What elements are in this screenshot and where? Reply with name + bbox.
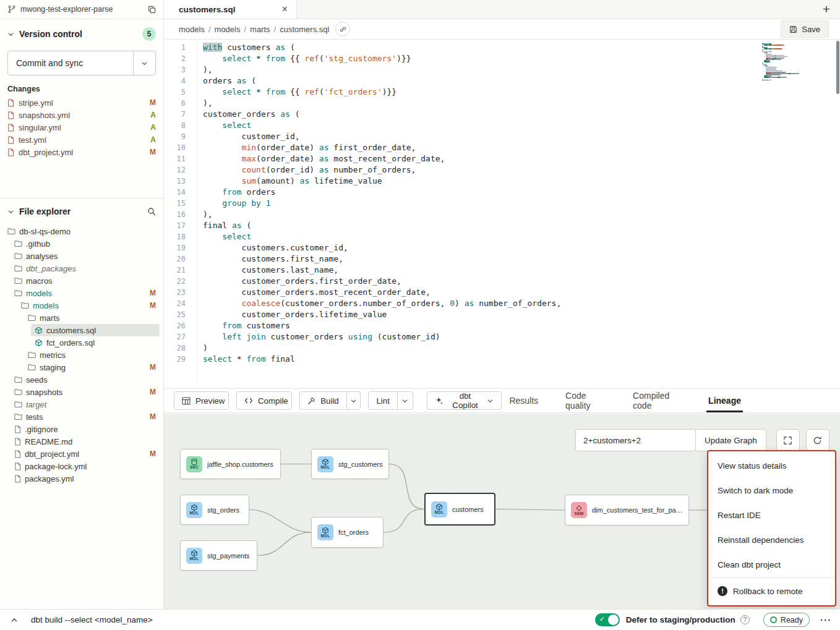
lineage-node-stg-customers[interactable]: MDLstg_customers — [311, 449, 389, 479]
lineage-node-dim-customers-test-for-parse[interactable]: SEMdim_customers_test_for_parse — [565, 495, 689, 526]
code-text: customers.last_name, — [186, 265, 338, 276]
tree-item-readme-md[interactable]: README.md — [0, 435, 163, 448]
tree-item-package-lock-yml[interactable]: package-lock.yml — [0, 460, 163, 472]
line-number: 18 — [164, 231, 186, 242]
menu-item-label: Clean dbt project — [718, 560, 781, 569]
refresh-icon[interactable] — [806, 429, 829, 451]
tree-item-packages-yml[interactable]: packages.yml — [0, 472, 163, 485]
tree-item-snapshots[interactable]: snapshotsM — [0, 386, 163, 398]
compile-button[interactable]: Compile — [237, 392, 292, 409]
editor-scrollbar[interactable] — [835, 40, 839, 388]
lineage-node-stg-payments[interactable]: MDLstg_payments — [180, 540, 257, 571]
code-text: select * from final — [186, 354, 295, 365]
folder-icon — [14, 413, 22, 420]
changed-file-singular-yml[interactable]: singular.ymlA — [0, 121, 163, 134]
build-dropdown[interactable] — [346, 392, 361, 409]
folder-icon — [14, 289, 22, 297]
tab-code-quality[interactable]: Code quality — [565, 389, 606, 412]
code-line-11: 11 max(order_date) as most_recent_order_… — [164, 153, 561, 164]
changed-file-dbt-project-yml[interactable]: dbt_project.ymlM — [0, 146, 163, 158]
tree-item-macros[interactable]: macros — [0, 275, 163, 287]
chevron-down-icon[interactable] — [7, 208, 14, 215]
search-icon[interactable] — [147, 207, 156, 216]
folder-icon — [14, 388, 22, 396]
new-tab-button[interactable]: + — [813, 0, 840, 19]
tree-item-gitignore[interactable]: .gitignore — [0, 423, 163, 435]
tree-item-fct-orders-sql[interactable]: fct_orders.sql — [0, 336, 163, 349]
node-type-badge-mdl: MDL — [186, 548, 202, 564]
tab-lineage[interactable]: Lineage — [708, 389, 741, 412]
update-graph-button[interactable]: Update Graph — [695, 429, 766, 451]
lint-button[interactable]: Lint — [369, 392, 397, 409]
help-icon[interactable]: ? — [740, 615, 750, 624]
changed-file-stripe-yml[interactable]: stripe.ymlM — [0, 96, 163, 109]
copilot-button-group: dbt Copilot — [427, 391, 502, 410]
dbt-copilot-button[interactable]: dbt Copilot — [427, 392, 502, 409]
lineage-node-customers[interactable]: MDLcustomers — [424, 493, 495, 526]
tab-customers-sql[interactable]: customers.sql × — [164, 0, 297, 19]
breadcrumb-segment-models[interactable]: models — [215, 25, 241, 34]
lineage-node-jaffle-shop-customers[interactable]: SRCjaffle_shop.customers — [180, 449, 281, 479]
minimap[interactable] — [762, 43, 802, 81]
save-button[interactable]: Save — [781, 20, 829, 38]
code-text: customer_orders.lifetime_value — [186, 309, 387, 320]
code-line-16: 16), — [164, 209, 561, 220]
lineage-selector-input[interactable] — [575, 429, 696, 451]
tree-item-models[interactable]: modelsM — [0, 299, 163, 312]
build-button-group: Build — [299, 391, 361, 410]
link-icon[interactable] — [335, 22, 350, 36]
menu-item-label: Switch to dark mode — [718, 486, 793, 495]
tree-item-dbt-packages[interactable]: dbt_packages — [0, 262, 163, 275]
tree-item-marts[interactable]: marts — [0, 312, 163, 324]
copy-branch-button[interactable] — [148, 6, 156, 14]
scrollbar-thumb[interactable] — [836, 41, 839, 94]
expand-panel-icon[interactable] — [7, 613, 21, 627]
tree-item-seeds[interactable]: seeds — [0, 373, 163, 386]
line-number: 5 — [164, 87, 186, 98]
commit-dropdown-button[interactable] — [133, 51, 155, 75]
breadcrumb-segment-customers-sql[interactable]: customers.sql — [280, 25, 329, 34]
tree-item-analyses[interactable]: analyses — [0, 250, 163, 262]
changed-file-snapshots-yml[interactable]: snapshots.ymlA — [0, 109, 163, 121]
tree-item-metrics[interactable]: metrics — [0, 349, 163, 361]
menu-item-switch-to-dark-mode[interactable]: Switch to dark mode — [708, 478, 835, 503]
menu-item-view-status-details[interactable]: View status details — [708, 453, 835, 478]
tree-item-customers-sql[interactable]: customers.sql — [0, 324, 163, 336]
menu-item-clean-dbt-project[interactable]: Clean dbt project — [708, 552, 835, 577]
code-line-5: 5 select * from {{ ref('fct_orders')}} — [164, 87, 561, 98]
tree-item-dbt-project-yml[interactable]: dbt_project.ymlM — [0, 448, 163, 460]
chevron-down-icon[interactable] — [7, 31, 14, 38]
code-line-8: 8 select — [164, 120, 561, 131]
tree-item-db-sl-qs-demo[interactable]: db-sl-qs-demo — [0, 225, 163, 237]
breadcrumb-segment-marts[interactable]: marts — [250, 25, 270, 34]
commit-and-sync-button[interactable]: Commit and sync — [8, 51, 133, 75]
tab-results[interactable]: Results — [509, 389, 538, 412]
menu-item-restart-ide[interactable]: Restart IDE — [708, 503, 835, 527]
build-button[interactable]: Build — [300, 392, 346, 409]
tree-item-github[interactable]: .github — [0, 237, 163, 250]
code-editor[interactable]: 1with customers as (2 select * from {{ r… — [164, 40, 840, 388]
git-status-M: M — [148, 98, 156, 107]
code-text: select — [186, 231, 251, 242]
fullscreen-icon[interactable] — [776, 429, 800, 451]
tree-item-target[interactable]: target — [0, 398, 163, 411]
more-options-icon[interactable]: ⋯ — [820, 613, 831, 627]
lineage-node-fct-orders[interactable]: MDLfct_orders — [311, 517, 384, 548]
breadcrumb-segment-models[interactable]: models — [179, 25, 205, 34]
lint-dropdown[interactable] — [397, 392, 413, 409]
git-branch-icon — [7, 5, 16, 14]
code-text: customer_orders as ( — [186, 109, 300, 120]
defer-toggle[interactable]: ✓ — [595, 613, 620, 626]
menu-item-rollback-to-remote[interactable]: !Rollback to remote — [708, 579, 835, 603]
tree-item-tests[interactable]: testsM — [0, 411, 163, 423]
lineage-node-stg-orders[interactable]: MDLstg_orders — [180, 495, 249, 525]
breadcrumb-separator: / — [208, 25, 211, 34]
tree-item-models[interactable]: modelsM — [0, 287, 163, 299]
file-icon — [7, 124, 14, 132]
close-tab-icon[interactable]: × — [282, 4, 288, 14]
tab-compiled-code[interactable]: Compiled code — [633, 389, 681, 412]
tree-item-staging[interactable]: stagingM — [0, 361, 163, 373]
changed-file-test-yml[interactable]: test.ymlA — [0, 134, 163, 146]
preview-button[interactable]: Preview — [174, 392, 229, 409]
menu-item-reinstall-dependencies[interactable]: Reinstall dependencies — [708, 527, 835, 552]
